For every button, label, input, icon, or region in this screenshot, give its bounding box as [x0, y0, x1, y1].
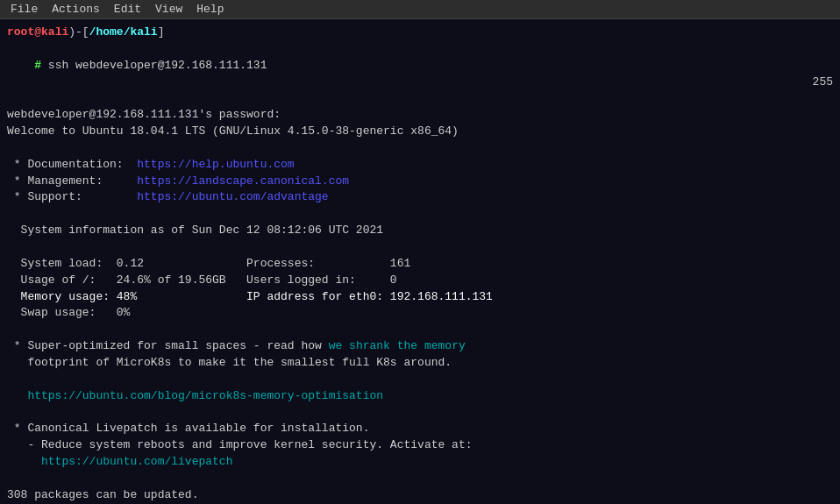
swap-line: Swap usage: 0%: [7, 305, 833, 322]
microk8s-line1: * Super-optimized for small spaces - rea…: [7, 338, 833, 355]
ssh-command-line: # ssh webdeveloper@192.168.111.131 255: [7, 41, 833, 107]
livepatch-line1: * Canonical Livepatch is available for i…: [7, 421, 833, 437]
menu-bar: File Actions Edit View Help: [0, 0, 840, 19]
initial-prompt-line: root@kali)-[/home/kali]: [7, 25, 833, 41]
memory-line: Memory usage: 48% IP address for eth0: 1…: [7, 289, 833, 306]
blank2: [7, 206, 833, 223]
doc-line: * Documentation: https://help.ubuntu.com: [7, 157, 833, 174]
blank4: [7, 322, 833, 338]
livepatch-url: https://ubuntu.com/livepatch: [7, 454, 833, 471]
menu-file[interactable]: File: [4, 1, 45, 18]
blank6: [7, 404, 833, 421]
password-prompt: webdeveloper@192.168.111.131's password:: [7, 107, 833, 124]
menu-help[interactable]: Help: [189, 1, 231, 18]
sysinfo-header: System information as of Sun Dec 12 08:1…: [7, 223, 833, 239]
sysload-line: System load: 0.12 Processes: 161: [7, 256, 833, 273]
livepatch-line2: - Reduce system reboots and improve kern…: [7, 437, 833, 454]
microk8s-line2: footprint of MicroK8s to make it the sma…: [7, 355, 833, 372]
microk8s-url: https://ubuntu.com/blog/microk8s-memory-…: [7, 388, 833, 405]
blank5: [7, 372, 833, 388]
menu-edit[interactable]: Edit: [107, 1, 148, 18]
menu-view[interactable]: View: [148, 1, 189, 18]
packages-line: 308 packages can be updated.: [7, 487, 833, 504]
terminal: root@kali)-[/home/kali] # ssh webdevelop…: [0, 19, 840, 504]
blank1: [7, 140, 833, 157]
menu-actions[interactable]: Actions: [45, 1, 107, 18]
disk-line: Usage of /: 24.6% of 19.56GB Users logge…: [7, 273, 833, 289]
blank3: [7, 239, 833, 256]
mgmt-line: * Management: https://landscape.canonica…: [7, 174, 833, 190]
support-line: * Support: https://ubuntu.com/advantage: [7, 189, 833, 206]
welcome-line: Welcome to Ubuntu 18.04.1 LTS (GNU/Linux…: [7, 124, 833, 140]
blank7: [7, 471, 833, 487]
col-number: 255: [813, 75, 833, 91]
